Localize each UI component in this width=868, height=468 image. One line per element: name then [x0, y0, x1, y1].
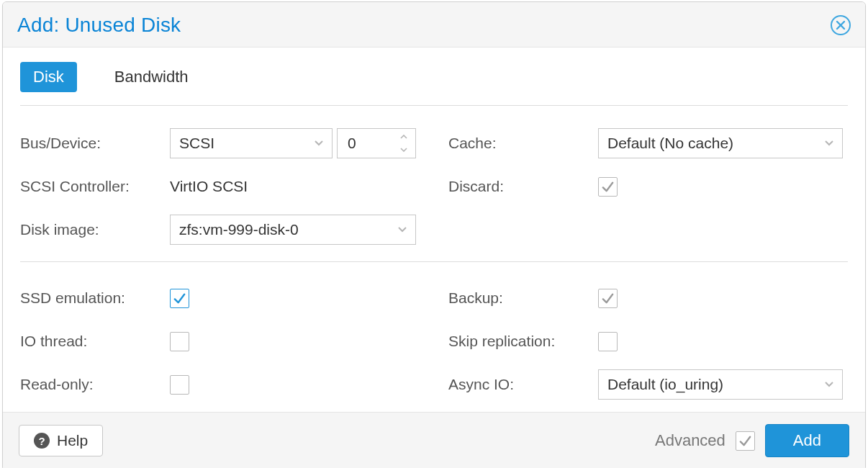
row-discard: Discard:: [448, 165, 848, 208]
chevron-down-icon: [389, 215, 415, 244]
async-io-value: Default (io_uring): [607, 376, 723, 393]
label-scsi-controller: SCSI Controller:: [20, 178, 170, 195]
check-icon: [173, 292, 186, 305]
bus-select-value: SCSI: [179, 135, 214, 152]
tab-disk[interactable]: Disk: [20, 62, 77, 92]
help-label: Help: [57, 432, 88, 449]
device-number-value: 0: [348, 135, 356, 152]
disk-image-select[interactable]: zfs:vm-999-disk-0: [170, 215, 416, 245]
label-read-only: Read-only:: [20, 376, 170, 393]
backup-checkbox[interactable]: [598, 289, 618, 308]
io-thread-checkbox[interactable]: [170, 332, 189, 351]
close-button[interactable]: [831, 15, 851, 35]
bus-select[interactable]: SCSI: [170, 128, 333, 158]
check-icon: [738, 434, 752, 448]
device-number-input[interactable]: 0: [337, 128, 416, 158]
row-scsi-controller: SCSI Controller: VirtIO SCSI: [20, 165, 420, 208]
row-disk-image: Disk image: zfs:vm-999-disk-0: [20, 208, 420, 251]
titlebar: Add: Unused Disk: [3, 2, 865, 48]
label-skip-replication: Skip replication:: [448, 333, 598, 350]
discard-checkbox[interactable]: [598, 177, 618, 197]
check-icon: [601, 180, 615, 194]
spinner-down-button[interactable]: [400, 143, 407, 156]
dialog-window: Add: Unused Disk Disk Bandwidth Bus/Devi…: [2, 1, 866, 468]
row-empty: [448, 208, 848, 251]
chevron-down-icon: [816, 370, 842, 399]
skip-replication-checkbox[interactable]: [598, 332, 618, 351]
close-icon: [835, 19, 846, 31]
chevron-down-icon: [816, 129, 842, 158]
dialog-body: Disk Bandwidth Bus/Device: SCSI 0: [3, 48, 865, 412]
read-only-checkbox[interactable]: [170, 375, 189, 395]
label-bus-device: Bus/Device:: [20, 135, 170, 152]
label-ssd-emulation: SSD emulation:: [20, 289, 170, 307]
help-button[interactable]: ? Help: [19, 425, 103, 456]
label-disk-image: Disk image:: [20, 221, 170, 238]
check-icon: [601, 292, 615, 305]
async-io-select[interactable]: Default (io_uring): [598, 369, 843, 400]
form-grid: Bus/Device: SCSI 0: [20, 122, 848, 406]
row-read-only: Read-only:: [20, 363, 420, 406]
help-icon: ?: [34, 433, 50, 449]
dialog-title: Add: Unused Disk: [17, 14, 181, 37]
scsi-controller-value: VirtIO SCSI: [170, 171, 386, 202]
section-divider: [20, 261, 848, 262]
add-button[interactable]: Add: [765, 424, 849, 457]
label-io-thread: IO thread:: [20, 333, 170, 350]
advanced-checkbox[interactable]: [736, 431, 755, 451]
advanced-label: Advanced: [655, 431, 725, 450]
label-discard: Discard:: [448, 178, 598, 195]
dialog-footer: ? Help Advanced Add: [3, 412, 865, 468]
row-async-io: Async IO: Default (io_uring): [448, 363, 848, 406]
row-ssd-emulation: SSD emulation:: [20, 276, 420, 320]
cache-select-value: Default (No cache): [607, 135, 733, 152]
row-bus-device: Bus/Device: SCSI 0: [20, 122, 420, 165]
disk-image-value: zfs:vm-999-disk-0: [179, 221, 299, 238]
tabs: Disk Bandwidth: [20, 62, 848, 106]
label-backup: Backup:: [448, 289, 598, 307]
footer-right: Advanced Add: [655, 424, 849, 457]
row-cache: Cache: Default (No cache): [448, 122, 848, 165]
row-skip-replication: Skip replication:: [448, 320, 848, 363]
scsi-controller-text: VirtIO SCSI: [170, 178, 248, 195]
chevron-down-icon: [306, 129, 332, 158]
label-cache: Cache:: [448, 135, 598, 152]
spinner-up-button[interactable]: [400, 130, 407, 143]
ssd-emulation-checkbox[interactable]: [170, 289, 189, 308]
row-io-thread: IO thread:: [20, 320, 420, 363]
label-async-io: Async IO:: [448, 376, 598, 393]
tab-bandwidth[interactable]: Bandwidth: [101, 62, 202, 92]
row-backup: Backup:: [448, 276, 848, 320]
cache-select[interactable]: Default (No cache): [598, 128, 843, 158]
